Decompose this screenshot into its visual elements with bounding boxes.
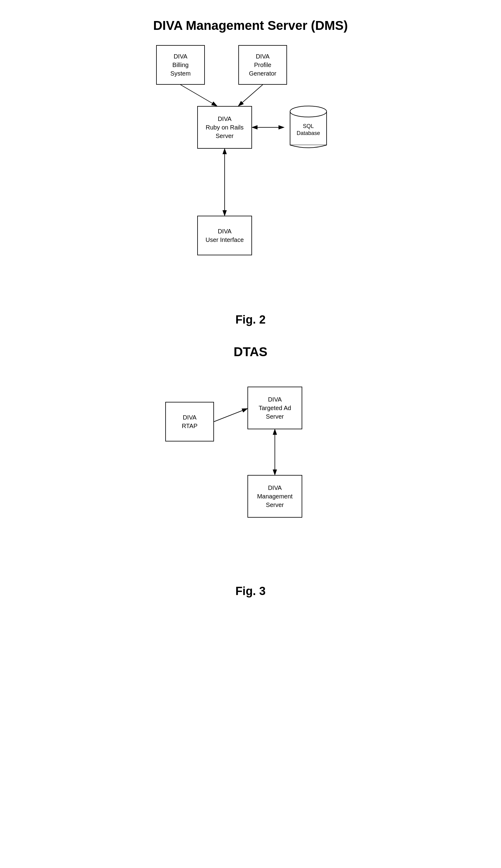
svg-text:SQL: SQL: [303, 123, 314, 129]
fig2-title: DIVA Management Server (DMS): [153, 18, 348, 33]
svg-line-12: [214, 409, 247, 422]
dtas-section: DTAS DIVARTAP DIVATargeted AdServer DIVA…: [114, 345, 387, 598]
rails-label: DIVARuby on RailsServer: [206, 115, 244, 140]
sql-cylinder: SQL Database: [284, 103, 333, 152]
svg-line-7: [238, 85, 263, 106]
mgmt-label: DIVAManagementServer: [257, 483, 293, 509]
fig3-diagram: DIVARTAP DIVATargeted AdServer DIVAManag…: [159, 372, 342, 578]
svg-text:Database: Database: [297, 130, 320, 136]
targeted-ad-box: DIVATargeted AdServer: [247, 387, 302, 429]
profile-label: DIVAProfileGenerator: [249, 52, 276, 78]
profile-box: DIVAProfileGenerator: [238, 45, 287, 85]
fig2-label: Fig. 2: [235, 313, 265, 326]
ui-box: DIVAUser Interface: [197, 216, 252, 255]
sql-cylinder-svg: SQL Database: [284, 103, 333, 152]
fig2-section: DIVA Management Server (DMS) DIVABilling…: [114, 18, 387, 326]
rtap-box: DIVARTAP: [165, 402, 214, 441]
billing-box: DIVABillingSystem: [156, 45, 205, 85]
billing-label: DIVABillingSystem: [170, 52, 191, 78]
dtas-title: DTAS: [233, 345, 267, 359]
rtap-label: DIVARTAP: [182, 413, 198, 430]
ui-label: DIVAUser Interface: [205, 227, 244, 244]
svg-line-6: [181, 85, 217, 106]
targeted-label: DIVATargeted AdServer: [259, 395, 291, 421]
fig2-diagram: DIVABillingSystem DIVAProfileGenerator D…: [144, 45, 357, 307]
svg-point-1: [290, 106, 327, 117]
mgmt-server-box: DIVAManagementServer: [247, 475, 302, 517]
fig3-label: Fig. 3: [235, 585, 265, 598]
rails-box: DIVARuby on RailsServer: [197, 106, 252, 149]
